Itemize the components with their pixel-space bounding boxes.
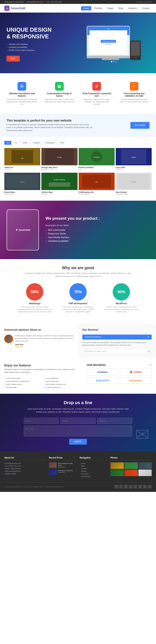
dot-1[interactable] [111, 61, 112, 62]
stat-value-2: 70% [74, 290, 82, 294]
contact-subject-input[interactable] [97, 418, 132, 424]
nav-home[interactable]: Home [81, 6, 91, 10]
contact-message-input[interactable] [24, 426, 132, 436]
social-p2[interactable]: p [148, 1, 150, 3]
footer-social-p2[interactable]: p [143, 485, 147, 489]
portfolio-item-4[interactable]: Shoes Cool stuff fashion [116, 148, 152, 172]
nav-blog[interactable]: Blog [116, 6, 125, 10]
social-y[interactable]: y [142, 1, 143, 3]
feat-8: In amet faucibus ac [44, 386, 82, 388]
product-showcase: ✦ Sevenfold We present you our product :… [0, 201, 156, 259]
brands-settings-icon[interactable]: ⚙ [149, 364, 152, 367]
stat-2: 70% PHP-development Nunc vitae consequat… [61, 283, 95, 313]
product-feature-2: Responsive theme [46, 232, 100, 235]
filter-psd[interactable]: PSD [58, 141, 67, 145]
footer-nav-events[interactable]: Events [80, 470, 107, 472]
hero-features: Friendly user interface Unlimited possib… [6, 43, 78, 51]
filter-fashion[interactable]: Fashion [31, 141, 42, 145]
service-tab[interactable]: Diamond inscibunt ✕ [82, 334, 152, 340]
photo-5 [124, 470, 138, 476]
feat-4: Dolor tempor nec [44, 380, 82, 382]
test-dot-2[interactable] [6, 350, 8, 352]
contact-email-input[interactable] [60, 418, 95, 424]
contact-title: Drop us a line [4, 400, 152, 405]
footer-nav-home[interactable]: Home [80, 462, 107, 464]
footer-photos-grid [110, 462, 152, 476]
logo: ✦ Sevenfold [4, 6, 25, 11]
photo-1 [110, 462, 124, 469]
feature-3: ⚡ Tesla Framework a powerful tool Maecen… [79, 80, 114, 108]
contact-submit-button[interactable]: WRITE [69, 439, 87, 445]
portfolio-item-6[interactable]: GLADSTRESS Perfect Bag Art post [42, 173, 77, 196]
dot-2[interactable] [113, 61, 114, 62]
portfolio-thumb-3: Portfolio [79, 148, 114, 165]
social-in[interactable]: in [140, 1, 141, 3]
stat-circle-1: 50% [26, 283, 43, 300]
stat-label-2: PHP-development [61, 302, 95, 305]
contact-section: Drop us a line Lorem ipsum dolor sit ame… [0, 394, 156, 451]
footer-bottom: Copyright SEVENFOLD 2012-2013 Designed b… [4, 482, 152, 489]
test-dot-1[interactable] [4, 350, 6, 352]
footer-social-b[interactable]: b [148, 485, 152, 489]
hero-feature-3: MORE THAN 1000 customers [6, 49, 78, 51]
photo-3 [138, 462, 152, 469]
footer-social-f[interactable]: f [114, 485, 118, 489]
portfolio-item-5[interactable]: Brand Brand New... fashion, web [4, 173, 40, 196]
footer-address: Street, City, Country [4, 468, 46, 470]
feature-title-3: Tesla Framework a powerful tool [81, 92, 112, 97]
thumb-svg-2: Design [42, 148, 77, 165]
nav-portfolio[interactable]: Portfolio [92, 6, 104, 10]
photo-6 [138, 470, 152, 476]
brand-rulmenpol-text: Rulmenpol [130, 379, 142, 382]
social-f[interactable]: f [136, 1, 137, 3]
footer-nav-contact[interactable]: Contact [80, 468, 107, 470]
features-brands-section: Enjoy our features Phasellus libero mi, … [0, 358, 156, 394]
form-row-1 [24, 418, 132, 424]
dot-3[interactable] [115, 61, 116, 62]
portfolio-caption-7: Challenging Life Art Illustration [79, 190, 114, 196]
why-subtitle: Praesent ut sapien arcu, aliquam ullamco… [24, 272, 132, 278]
portfolio-item-2[interactable]: Design Design idea 2014 Illustration, we… [42, 148, 77, 172]
filter-aa[interactable]: AA [12, 141, 20, 145]
stats-row: 50% Webdesign Lorem ipsum dolor sit amet… [4, 283, 152, 313]
footer-social-in[interactable]: in [124, 485, 128, 489]
stat-label-3: WordPress [104, 302, 139, 305]
contact-name-input[interactable] [24, 418, 59, 424]
social-p1[interactable]: p [146, 1, 147, 3]
social-v[interactable]: v [144, 1, 145, 3]
feat-5: Dolor tristique librum [4, 383, 43, 385]
footer-post-2: Practise to success 4 mai 2013 [49, 470, 76, 475]
footer-nav-store[interactable]: Full Store [80, 473, 107, 475]
footer-nav-blog[interactable]: Blog [80, 465, 107, 467]
footer-social-v[interactable]: v [134, 485, 137, 489]
portfolio-item-3[interactable]: Portfolio Perfect portfolio web [79, 148, 114, 172]
footer-social-t[interactable]: t [119, 485, 123, 489]
hero-feature-2: Unlimited possibilities [6, 46, 78, 48]
stat-desc-1: Lorem ipsum dolor sit amet, sit amet qui… [17, 306, 52, 313]
services-label: Services [106, 43, 111, 45]
portfolio-item-8[interactable]: Design New Design Illustration, web [116, 173, 152, 196]
social-t[interactable]: t [138, 1, 138, 3]
portfolio-sub-1: Art print [4, 168, 40, 170]
filter-illustration[interactable]: Illustration [43, 141, 57, 145]
footer-social-p[interactable]: p [138, 485, 142, 489]
social-b[interactable]: b [150, 1, 152, 3]
filter-dolor[interactable]: Dolor [20, 141, 30, 145]
footer-post-1: Discussing the plan 3901 4 mai 2013 [49, 462, 76, 468]
cta-buy-button[interactable]: BUY NOW [130, 122, 150, 129]
nav-features[interactable]: Features [126, 6, 139, 10]
feature-2: ▦ Customization design & layout Nam port… [42, 80, 77, 108]
product-subtitle: Examples of our Work [46, 224, 100, 227]
feature-icon-1: ⚙ [18, 82, 26, 90]
portfolio-item-7[interactable]: Life Challenging Life Art Illustration [79, 173, 114, 196]
filter-all[interactable]: All [4, 141, 11, 145]
footer-social-y[interactable]: y [129, 485, 132, 489]
portfolio-caption-6: Perfect Bag Art post [42, 190, 77, 196]
footer-about-title: About Us [4, 456, 46, 460]
footer-about: About Us info@sevenfold.com +111 333 (11… [4, 456, 46, 478]
nav-pages[interactable]: Pages [105, 6, 116, 10]
footer-nav-sidebar[interactable]: Left Sidebar [80, 476, 107, 477]
portfolio-item-1[interactable]: Art Some Art Art print [4, 148, 40, 172]
hero-buy-button[interactable]: BUY [6, 56, 20, 62]
nav-contact[interactable]: Contact [140, 6, 152, 10]
